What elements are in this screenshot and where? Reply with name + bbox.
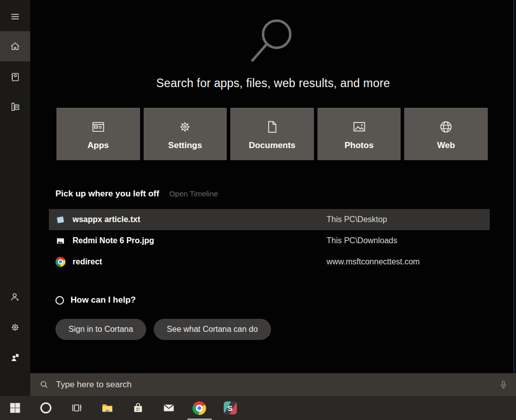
recent-item-row[interactable]: Redmi Note 6 Pro.jpg This PC\Downloads xyxy=(49,230,490,251)
mail-icon xyxy=(162,401,175,414)
search-input[interactable] xyxy=(56,380,491,390)
search-illustration-icon xyxy=(245,14,301,72)
mail-button[interactable] xyxy=(153,396,184,420)
chrome-button[interactable] xyxy=(184,396,215,420)
recent-item-name: redirect xyxy=(73,257,327,266)
task-view-button[interactable] xyxy=(61,396,92,420)
library-icon xyxy=(10,101,21,112)
category-tile-photos[interactable]: Photos xyxy=(317,108,401,160)
category-tile-settings[interactable]: Settings xyxy=(144,108,227,160)
sidebar-item-settings[interactable] xyxy=(0,316,30,338)
category-tile-label: Web xyxy=(437,141,455,151)
timeline-heading: Pick up where you left off xyxy=(55,189,159,199)
document-icon xyxy=(265,119,280,134)
start-button[interactable] xyxy=(0,396,30,420)
menu-button[interactable] xyxy=(0,6,30,27)
category-tile-label: Documents xyxy=(249,141,296,151)
home-icon xyxy=(10,41,21,52)
search-icon xyxy=(39,380,49,389)
file-explorer-button[interactable] xyxy=(92,396,122,420)
chrome-icon xyxy=(192,401,206,415)
category-tile-apps[interactable]: Apps xyxy=(56,108,140,160)
file-explorer-icon xyxy=(101,401,114,414)
cortana-taskbar-button[interactable] xyxy=(30,396,61,420)
cortana-icon xyxy=(55,296,64,305)
sidebar-item-account[interactable] xyxy=(0,286,30,308)
notebook-icon xyxy=(10,72,21,83)
settings-gear-icon xyxy=(177,119,192,134)
see-what-cortana-can-do-button[interactable]: See what Cortana can do xyxy=(154,319,271,340)
cortana-section: How can I help? xyxy=(55,295,136,305)
sidebar-item-library[interactable] xyxy=(0,96,30,118)
recent-item-location: www.msftconnecttest.com xyxy=(327,257,490,266)
category-tiles: Apps Settings Documents Photos Web xyxy=(56,108,488,160)
category-tile-web[interactable]: Web xyxy=(404,108,488,160)
sidebar-item-feedback[interactable] xyxy=(0,346,30,369)
recent-item-row[interactable]: redirect www.msftconnecttest.com xyxy=(49,251,490,272)
feedback-icon xyxy=(10,352,21,363)
open-timeline-link[interactable]: Open Timeline xyxy=(169,189,218,198)
windows-logo-icon xyxy=(9,401,22,414)
search-home-panel: Search for apps, files, web results, and… xyxy=(30,0,516,373)
search-heading: Search for apps, files, web results, and… xyxy=(30,77,516,90)
search-bar[interactable] xyxy=(30,373,516,396)
slack-button[interactable]: S xyxy=(215,396,245,420)
hamburger-icon xyxy=(10,11,21,22)
category-tile-label: Apps xyxy=(88,141,109,151)
microphone-icon[interactable] xyxy=(498,379,509,390)
timeline-header: Pick up where you left off Open Timeline xyxy=(55,189,218,199)
sidebar xyxy=(0,0,30,396)
recent-item-location: This PC\Downloads xyxy=(327,236,490,245)
cortana-buttons: Sign in to Cortana See what Cortana can … xyxy=(55,319,271,340)
globe-icon xyxy=(438,119,454,134)
cortana-ring-icon xyxy=(40,402,51,413)
category-tile-documents[interactable]: Documents xyxy=(230,108,314,160)
recent-item-name: wsappx article.txt xyxy=(73,215,327,224)
cortana-prompt: How can I help? xyxy=(71,295,136,305)
taskbar: S xyxy=(0,396,516,420)
image-file-icon xyxy=(55,236,66,246)
apps-icon xyxy=(91,119,106,134)
store-button[interactable] xyxy=(122,396,153,420)
sidebar-item-home[interactable] xyxy=(0,31,30,61)
recent-item-name: Redmi Note 6 Pro.jpg xyxy=(73,236,327,245)
slack-icon: S xyxy=(224,401,237,414)
category-tile-label: Settings xyxy=(168,141,202,151)
recent-items-list: wsappx article.txt This PC\Desktop Redmi… xyxy=(49,209,490,272)
recent-item-row[interactable]: wsappx article.txt This PC\Desktop xyxy=(49,209,490,230)
photos-icon xyxy=(352,119,367,134)
desktop-edge-sliver xyxy=(513,0,516,373)
category-tile-label: Photos xyxy=(345,141,374,151)
task-view-icon xyxy=(70,401,83,414)
sign-in-to-cortana-button[interactable]: Sign in to Cortana xyxy=(55,319,146,340)
person-add-icon xyxy=(10,292,21,303)
chrome-icon xyxy=(55,257,66,267)
windows-search-flyout: Search for apps, files, web results, and… xyxy=(0,0,516,420)
gear-icon xyxy=(10,322,21,333)
sidebar-item-notebook[interactable] xyxy=(0,66,30,88)
microsoft-store-icon xyxy=(132,401,145,414)
recent-item-location: This PC\Desktop xyxy=(327,215,490,224)
notepad-file-icon xyxy=(55,215,66,225)
